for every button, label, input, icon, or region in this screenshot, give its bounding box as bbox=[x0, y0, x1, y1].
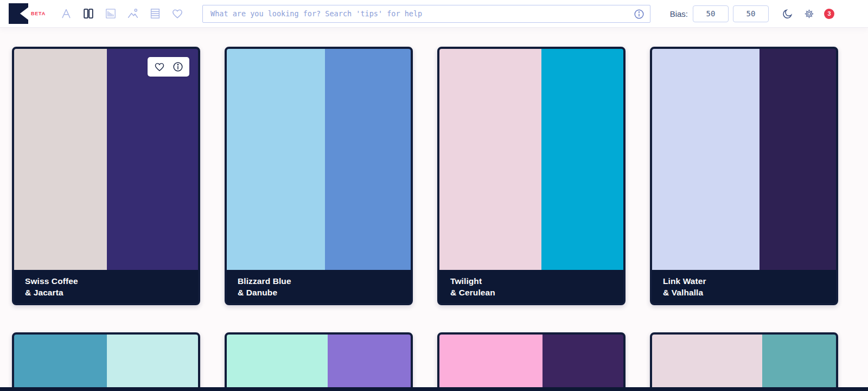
card-footer: Blizzard Blue & Danube bbox=[227, 270, 411, 303]
poster-icon bbox=[104, 7, 117, 20]
color-swatch-left[interactable] bbox=[652, 335, 762, 391]
settings-button[interactable] bbox=[804, 9, 814, 19]
color-swatch-right[interactable] bbox=[541, 49, 623, 270]
nav-liked[interactable] bbox=[171, 7, 184, 20]
dark-mode-toggle[interactable] bbox=[782, 8, 793, 20]
palette-grid: Swiss Coffee & Jacarta Blizzard Blue & D… bbox=[0, 27, 868, 391]
image-icon bbox=[126, 7, 139, 20]
card-hover-actions bbox=[148, 57, 189, 77]
viewport-bottom-bar bbox=[0, 387, 868, 391]
nav-image[interactable] bbox=[126, 7, 139, 20]
palette-card-twilight-cerulean[interactable]: Twilight & Cerulean bbox=[437, 47, 626, 305]
color-swatch-left[interactable] bbox=[227, 335, 328, 391]
search-info-button[interactable] bbox=[634, 9, 644, 20]
palette-card-row2-3[interactable] bbox=[437, 332, 626, 391]
card-footer: Link Water & Valhalla bbox=[652, 270, 836, 303]
nav-colors[interactable] bbox=[82, 7, 95, 20]
nav-poster[interactable] bbox=[104, 7, 117, 20]
gear-icon bbox=[804, 9, 814, 19]
card-footer: Twilight & Cerulean bbox=[439, 270, 623, 303]
color-name-line1: Blizzard Blue bbox=[238, 275, 401, 287]
color-name-line2: & Danube bbox=[238, 287, 401, 298]
color-swatch-right[interactable] bbox=[760, 49, 836, 270]
like-heart-icon[interactable] bbox=[154, 61, 165, 73]
rows-icon bbox=[149, 7, 162, 20]
palette-card-link-water-valhalla[interactable]: Link Water & Valhalla bbox=[650, 47, 838, 305]
palette-card-row2-4[interactable] bbox=[650, 332, 838, 391]
search-bar bbox=[202, 5, 650, 23]
nav-gradient[interactable] bbox=[149, 7, 162, 20]
columns-icon bbox=[82, 7, 95, 20]
color-swatch-right[interactable] bbox=[325, 49, 411, 270]
color-swatch-right[interactable] bbox=[542, 335, 623, 391]
palette-card-row2-2[interactable] bbox=[225, 332, 413, 391]
color-swatch-left[interactable] bbox=[439, 49, 541, 270]
color-swatch-right[interactable] bbox=[107, 49, 198, 270]
color-swatch-left[interactable] bbox=[14, 335, 107, 391]
color-swatch-left[interactable] bbox=[227, 49, 325, 270]
color-swatch-left[interactable] bbox=[14, 49, 107, 270]
bias-input-2[interactable] bbox=[733, 5, 769, 22]
color-name-line1: Swiss Coffee bbox=[25, 275, 188, 287]
color-swatch-left[interactable] bbox=[652, 49, 760, 270]
color-name-line2: & Valhalla bbox=[663, 287, 826, 298]
color-swatch-right[interactable] bbox=[107, 335, 198, 391]
color-name-line2: & Jacarta bbox=[25, 287, 188, 298]
search-input[interactable] bbox=[202, 5, 650, 23]
notification-badge[interactable]: 3 bbox=[824, 9, 834, 19]
moon-icon bbox=[782, 8, 793, 20]
color-swatch-right[interactable] bbox=[328, 335, 411, 391]
top-bar: BETA bbox=[0, 0, 868, 27]
color-name-line1: Twilight bbox=[450, 275, 614, 287]
color-swatch-right[interactable] bbox=[762, 335, 836, 391]
heart-icon bbox=[171, 7, 184, 20]
info-icon[interactable] bbox=[173, 61, 183, 72]
palette-card-row2-1[interactable] bbox=[12, 332, 200, 391]
color-swatch-left[interactable] bbox=[439, 335, 542, 391]
bias-label: Bias: bbox=[670, 9, 688, 18]
palette-card-swiss-coffee-jacarta[interactable]: Swiss Coffee & Jacarta bbox=[12, 47, 200, 305]
color-name-line2: & Cerulean bbox=[450, 287, 614, 298]
khroma-logo-icon bbox=[9, 3, 28, 24]
bias-input-1[interactable] bbox=[693, 5, 729, 22]
nav-typography[interactable] bbox=[60, 7, 73, 20]
color-name-line1: Link Water bbox=[663, 275, 826, 287]
beta-label: BETA bbox=[31, 11, 46, 16]
app-logo[interactable]: BETA bbox=[9, 3, 46, 24]
letter-a-icon bbox=[60, 7, 73, 20]
palette-card-blizzard-blue-danube[interactable]: Blizzard Blue & Danube bbox=[225, 47, 413, 305]
info-icon bbox=[634, 9, 644, 20]
card-footer: Swiss Coffee & Jacarta bbox=[14, 270, 198, 303]
main-nav bbox=[60, 7, 184, 20]
